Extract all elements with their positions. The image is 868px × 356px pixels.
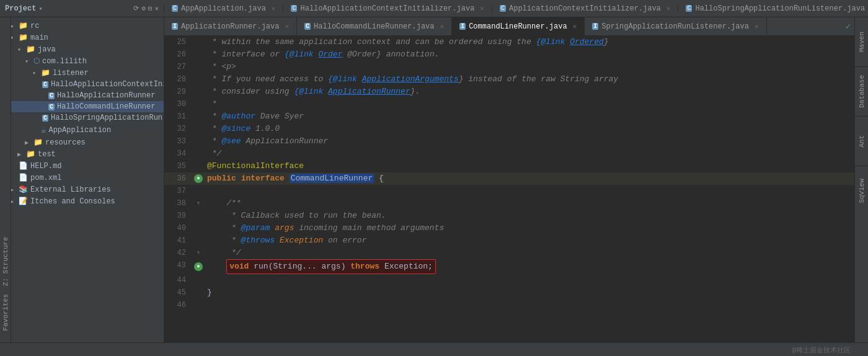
line-number: 39 [164,210,192,222]
tree-item-pom[interactable]: 📄 pom.xml [0,172,164,184]
line-content: public interface CommandLineRunner { [205,172,854,185]
file-status-checkmark: ✓ [846,21,851,32]
code-line-35: 35 @FunctionalInterface [164,160,854,172]
tree-item-HalloSpringApplicationRun[interactable]: C HalloSpringApplicationRun... [0,112,164,123]
close-icon[interactable]: ✕ [272,4,276,12]
line-gutter [192,185,205,197]
top-tab-HalloSpringApplicationRunListener[interactable]: C HalloSpringApplicationRunListener.java… [678,4,868,13]
code-line-34: 34 */ [164,148,854,160]
close-icon[interactable]: ✕ [755,22,759,30]
line-gutter [192,61,205,73]
panel-maven[interactable]: Maven [855,17,868,67]
tree-item-test[interactable]: ▶ 📁 test [0,148,164,160]
close-icon[interactable]: ✕ [666,4,671,12]
tree-item-label: HalloCommandLineRunner [57,102,155,111]
panel-database[interactable]: Database [855,67,868,117]
line-content [205,299,854,311]
line-gutter [192,98,205,110]
collapse-icon[interactable]: ▾ [197,247,200,259]
line-gutter: ▾ [192,247,205,259]
project-sync-icon[interactable]: ⟳ [133,4,139,12]
project-layout-icon[interactable]: ⊟ [148,4,153,12]
line-content: * @author Dave Syer [205,110,854,123]
tree-item-label: Itches and Consoles [30,197,115,206]
tree-item-label: HalloSpringApplicationRun... [51,113,164,122]
code-editor[interactable]: 25 * within the same application context… [164,36,854,342]
chevron-icon: ▾ [32,69,38,77]
code-line-42: 42 ▾ */ [164,247,854,259]
line-gutter [192,86,205,98]
panel-structure[interactable]: Z: Structure [2,237,9,287]
tree-item-AppApplication[interactable]: ☕ AppApplication [0,123,164,136]
tree-item-scratches[interactable]: ▶ 📝 Itches and Consoles [0,195,164,207]
tree-item-main[interactable]: ▾ 📁 main [0,32,164,43]
code-line-45: 45 } [164,287,854,299]
java-icon: C [42,81,48,88]
folder-icon: 📚 [19,185,28,194]
tab-CommandLineRunner[interactable]: I CommandLineRunner.java ✕ [452,17,585,35]
line-gutter [192,110,205,123]
line-gutter [192,222,205,234]
line-gutter [192,160,205,172]
code-line-46: 46 [164,299,854,311]
close-icon[interactable]: ✕ [440,22,445,30]
close-icon[interactable]: ✕ [573,22,577,30]
file-tree: ▶ 📁 rc ▾ 📁 main ▾ 📁 java ▾ [0,17,164,342]
panel-favorites[interactable]: Favorites [2,288,9,337]
panel-ant[interactable]: Ant [855,117,868,166]
close-icon[interactable]: ✕ [285,22,289,30]
editor-tabs: I ApplicationRunner.java ✕ C HalloComman… [164,17,854,36]
tree-item-label: AppApplication [48,126,111,135]
java-icon: C [500,5,506,12]
folder-icon: 📝 [19,197,28,206]
top-tab-ApplicationContextInitializer[interactable]: C ApplicationContextInitializer.java ✕ [492,4,678,13]
tree-item-com-lilith[interactable]: ▾ ⬡ com.lilith [0,55,164,67]
tree-item-HELP[interactable]: 📄 HELP.md [0,160,164,172]
project-expand-icon[interactable]: ▾ [38,5,42,12]
line-number: 37 [164,185,192,197]
tree-item-HalloCommandLineRunner[interactable]: C HalloCommandLineRunner [0,101,164,112]
tree-item-HalloApplicationRunner[interactable]: C HalloApplicationRunner [0,90,164,101]
tree-item-external-libraries[interactable]: ▶ 📚 External Libraries [0,184,164,195]
tab-label: AppApplication.java [181,4,266,13]
project-gear-icon[interactable]: ⚙ [141,4,146,12]
code-line-25: 25 * within the same application context… [164,36,854,48]
java-icon: I [172,23,178,30]
code-line-31: 31 * @author Dave Syer [164,110,854,123]
tree-item-rc[interactable]: ▶ 📁 rc [0,20,164,32]
code-line-40: 40 * @param args incoming main method ar… [164,222,854,234]
tree-item-resources[interactable]: ▶ 📁 resources [0,136,164,148]
project-close-icon[interactable]: ✕ [154,4,159,12]
line-number: 28 [164,73,192,86]
tree-item-HalloApplicationContextIniti[interactable]: C HalloApplicationContextIniti... [0,79,164,90]
line-content: * interface or {@link Order @Order} anno… [205,48,854,61]
file-icon: 📄 [19,161,28,171]
code-line-26: 26 * interface or {@link Order @Order} a… [164,48,854,61]
line-content: void run(String... args) throws Exceptio… [205,259,854,274]
top-tab-HalloApplicationContextInitializer[interactable]: C HalloApplicationContextInitializer.jav… [283,4,492,13]
java-icon: C [291,5,297,12]
java-icon: I [459,23,466,30]
line-number: 32 [164,123,192,135]
tree-item-listener[interactable]: ▾ 📁 listener [0,67,164,79]
tree-item-label: listener [53,69,89,78]
collapse-icon[interactable]: ▾ [197,197,200,210]
top-file-tabs: Project ▾ ⟳ ⚙ ⊟ ✕ C AppApplication.java … [0,0,868,17]
bookmark-icon: ● [194,174,203,183]
line-number: 27 [164,61,192,73]
chevron-icon: ▾ [17,46,24,53]
tab-label: HalloApplicationContextInitializer.java [300,4,474,13]
file-icon: 📄 [19,173,28,182]
line-content: * consider using {@link ApplicationRunne… [205,86,854,98]
tab-ApplicationRunner[interactable]: I ApplicationRunner.java ✕ [164,17,297,35]
panel-database-label: Database [858,75,866,108]
panel-sqview[interactable]: SqView [855,166,868,216]
tab-HalloCommandLineRunner[interactable]: C HalloCommandLineRunner.java ✕ [297,17,452,35]
tab-label: CommandLineRunner.java [469,22,567,31]
close-icon[interactable]: ✕ [480,4,484,12]
code-line-37: 37 [164,185,854,197]
right-vertical-panels: Maven Database Ant SqView [854,17,868,342]
tab-SpringApplicationRunListener[interactable]: I SpringApplicationRunListener.java ✕ [585,17,766,35]
tree-item-java[interactable]: ▾ 📁 java [0,43,164,55]
top-tab-AppApplication[interactable]: C AppApplication.java ✕ [164,4,283,13]
